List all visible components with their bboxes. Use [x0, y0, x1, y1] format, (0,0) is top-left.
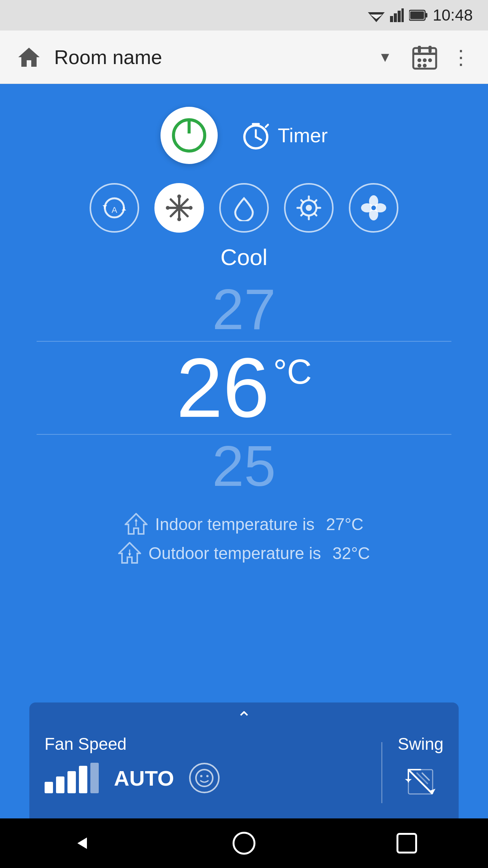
timer-label: Timer — [278, 124, 328, 147]
chevron-up-icon: ⌃ — [236, 709, 252, 728]
svg-point-15 — [417, 58, 421, 62]
panel-handle[interactable]: ⌃ — [45, 702, 443, 735]
mode-icons-row: A — [90, 183, 398, 233]
temperature-scroll[interactable]: 27 26 °C 25 Indoor temperature is 27°C — [0, 278, 488, 687]
svg-line-46 — [301, 214, 303, 215]
swing-title: Swing — [398, 735, 443, 754]
status-time: 10:48 — [433, 6, 473, 24]
temperature-info: Indoor temperature is 27°C Outdoor tempe… — [0, 513, 488, 565]
indoor-temp-icon — [125, 513, 148, 536]
outdoor-temp-label: Outdoor temperature is — [149, 544, 321, 563]
snowflake-icon — [166, 194, 193, 221]
svg-point-19 — [423, 64, 427, 68]
outdoor-temp-icon — [118, 542, 141, 565]
top-controls-row: Timer — [0, 84, 488, 164]
indoor-temp-label: Indoor temperature is — [155, 515, 315, 534]
temp-current-display: 26 °C — [176, 342, 312, 434]
timer-clock-icon — [241, 120, 271, 151]
signal-icon — [390, 8, 404, 22]
more-options-button[interactable]: ⋮ — [450, 43, 473, 71]
nav-home-button[interactable] — [225, 824, 263, 862]
power-button[interactable] — [161, 107, 218, 164]
home-icon — [18, 46, 40, 69]
svg-line-45 — [315, 200, 316, 202]
indoor-temp-value: 27°C — [326, 515, 363, 534]
wifi-icon — [368, 8, 385, 22]
svg-rect-12 — [413, 53, 436, 55]
svg-point-17 — [428, 58, 432, 62]
nav-home-circle-icon — [233, 832, 255, 855]
dropdown-arrow-icon[interactable]: ▼ — [378, 49, 392, 65]
fan-speed-value: AUTO — [114, 766, 174, 791]
svg-marker-27 — [122, 208, 126, 211]
indoor-temp-row: Indoor temperature is 27°C — [23, 513, 465, 536]
panel-content: Fan Speed AUTO — [45, 735, 443, 803]
svg-marker-10 — [18, 48, 40, 67]
fan-face-icon[interactable] — [189, 763, 220, 793]
nav-bar — [0, 818, 488, 868]
temp-unit-label: °C — [273, 353, 312, 391]
svg-rect-9 — [410, 11, 424, 19]
status-bar: 10:48 — [0, 0, 488, 31]
power-icon — [172, 118, 206, 153]
svg-text:A: A — [112, 205, 117, 215]
swing-icon — [401, 761, 440, 803]
timer-button[interactable]: Timer — [241, 120, 328, 151]
swing-button[interactable] — [401, 763, 440, 801]
svg-point-16 — [423, 58, 427, 62]
svg-line-44 — [315, 214, 316, 215]
svg-point-32 — [177, 194, 181, 198]
fan-bar-5 — [90, 763, 99, 793]
svg-line-63 — [408, 770, 433, 794]
svg-marker-55 — [135, 518, 138, 521]
mode-cool-button[interactable] — [154, 183, 204, 233]
nav-recents-square-icon — [396, 833, 417, 854]
mode-auto-button[interactable]: A — [90, 183, 139, 233]
fan-speed-controls[interactable]: AUTO — [45, 763, 366, 793]
nav-back-button[interactable] — [62, 824, 100, 862]
mode-fan-button[interactable] — [349, 183, 398, 233]
svg-rect-3 — [390, 16, 393, 22]
svg-point-59 — [196, 770, 213, 786]
svg-rect-8 — [425, 13, 427, 18]
svg-point-18 — [417, 64, 421, 68]
fan-bar-3 — [67, 771, 76, 793]
fan-mode-icon — [360, 194, 387, 221]
outdoor-temp-value: 32°C — [332, 544, 370, 563]
svg-rect-5 — [398, 11, 401, 22]
svg-point-52 — [371, 206, 376, 210]
auto-mode-icon: A — [101, 194, 128, 221]
svg-rect-6 — [401, 8, 404, 22]
svg-line-69 — [417, 773, 427, 783]
room-name-label: Room name — [54, 46, 367, 69]
main-content: Timer A — [0, 84, 488, 818]
home-button[interactable] — [15, 43, 43, 71]
svg-marker-70 — [77, 837, 87, 849]
battery-icon — [409, 10, 427, 21]
face-svg-icon — [195, 768, 214, 788]
panel-divider — [381, 742, 382, 803]
status-icons: 10:48 — [368, 6, 473, 24]
svg-line-24 — [266, 125, 268, 127]
outdoor-temp-row: Outdoor temperature is 32°C — [23, 542, 465, 565]
mode-heat-button[interactable] — [284, 183, 334, 233]
mode-label: Cool — [220, 244, 267, 270]
svg-point-35 — [189, 206, 193, 210]
temp-next-value: 25 — [212, 435, 276, 498]
svg-line-22 — [256, 137, 261, 140]
fan-speed-bars — [45, 763, 99, 793]
svg-marker-26 — [103, 205, 107, 208]
svg-marker-67 — [429, 789, 435, 794]
fan-speed-section: Fan Speed AUTO — [45, 735, 366, 793]
swing-section: Swing — [398, 735, 443, 801]
bottom-panel: ⌃ Fan Speed AUTO — [29, 702, 459, 818]
mode-dry-button[interactable] — [219, 183, 269, 233]
temp-current-value: 26 — [176, 342, 270, 434]
dry-mode-icon — [231, 194, 257, 221]
nav-recents-button[interactable] — [388, 824, 426, 862]
svg-marker-66 — [405, 779, 412, 782]
svg-point-38 — [306, 205, 312, 211]
svg-rect-14 — [429, 46, 432, 53]
app-bar: Room name ▼ ⋮ — [0, 31, 488, 84]
calendar-button[interactable] — [411, 43, 438, 71]
